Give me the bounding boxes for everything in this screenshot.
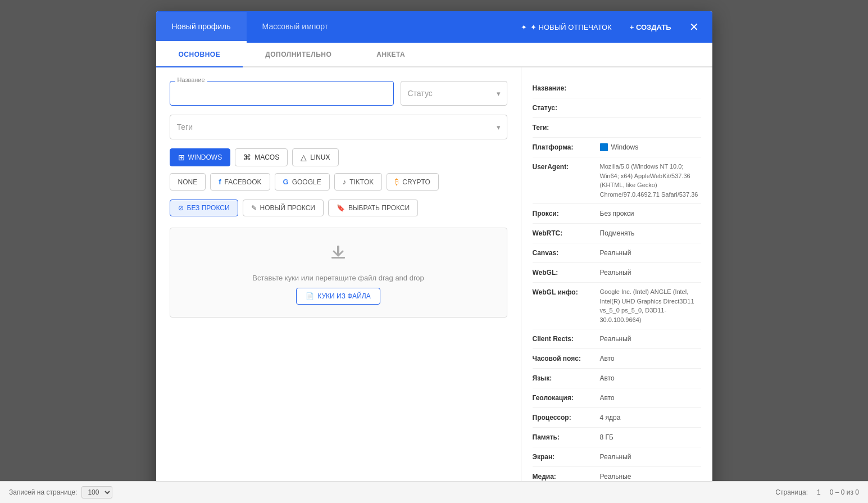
- upload-icon: [327, 241, 349, 268]
- info-label-cpu: Процессор:: [533, 413, 600, 423]
- info-row-tags: Теги:: [533, 118, 701, 138]
- info-row-screen: Экран: Реальный: [533, 447, 701, 467]
- platform-macos[interactable]: ⌘ MACOS: [235, 148, 288, 166]
- info-label-memory: Память:: [533, 432, 600, 442]
- info-label-useragent: UserAgent:: [533, 162, 600, 172]
- category-crypto[interactable]: ₿ CRYPTO: [387, 173, 439, 191]
- create-label: + СОЗДАТЬ: [630, 23, 671, 31]
- category-google[interactable]: G GOOGLE: [275, 173, 330, 191]
- no-proxy-label: БЕЗ ПРОКСИ: [187, 204, 230, 212]
- linux-label: LINUX: [310, 153, 330, 161]
- page-value: 1: [817, 488, 821, 496]
- info-label-platform: Платформа:: [533, 142, 600, 152]
- tags-row: Теги: [170, 115, 507, 139]
- cookie-drop-text: Вставьте куки или перетащите файл drag a…: [252, 274, 424, 282]
- close-button[interactable]: ✕: [683, 17, 706, 37]
- info-label-media: Медиа:: [533, 472, 600, 482]
- proxy-select[interactable]: 🔖 ВЫБРАТЬ ПРОКСИ: [328, 200, 418, 216]
- proxy-no-proxy[interactable]: ⊘ БЕЗ ПРОКСИ: [170, 200, 238, 216]
- info-value-screen: Реальный: [600, 452, 701, 462]
- tiktok-label: TIKTOK: [349, 178, 374, 186]
- linux-icon: △: [301, 153, 307, 162]
- info-row-webgl-info: WebGL инфо: Google Inc. (Intel) ANGLE (I…: [533, 283, 701, 329]
- info-row-name: Название:: [533, 79, 701, 98]
- name-label: Название: [175, 76, 207, 83]
- platform-linux[interactable]: △ LINUX: [292, 148, 338, 166]
- tags-select[interactable]: Теги: [170, 115, 507, 139]
- category-facebook[interactable]: f FACEBOOK: [210, 173, 270, 191]
- info-label-timezone: Часовой пояс:: [533, 354, 600, 364]
- info-row-geolocation: Геолокация: Авто: [533, 388, 701, 408]
- new-proxy-label: НОВЫЙ ПРОКСИ: [260, 204, 315, 212]
- info-value-useragent: Mozilla/5.0 (Windows NT 10.0; Win64; x64…: [600, 162, 701, 199]
- select-proxy-label: ВЫБРАТЬ ПРОКСИ: [348, 204, 410, 212]
- page-footer: Записей на странице: 100 Страница: 1 0 –…: [0, 481, 868, 503]
- create-button[interactable]: + СОЗДАТЬ: [623, 19, 678, 36]
- svg-rect-0: [331, 257, 345, 259]
- status-select[interactable]: Статус: [401, 81, 507, 106]
- info-value-client-rects: Реальный: [600, 334, 701, 344]
- crypto-icon: ₿: [395, 178, 399, 186]
- google-label: GOOGLE: [292, 178, 321, 186]
- windows-icon: ⊞: [178, 153, 185, 162]
- modal-header: Новый профиль Массовый импорт ✦ ✦ НОВЫЙ …: [156, 11, 712, 43]
- info-row-platform: Платформа: Windows: [533, 138, 701, 157]
- proxy-new[interactable]: ✎ НОВЫЙ ПРОКСИ: [243, 200, 324, 216]
- info-value-canvas: Реальный: [600, 248, 701, 258]
- platform-windows[interactable]: ⊞ WINDOWS: [170, 148, 231, 166]
- info-label-tags: Теги:: [533, 123, 600, 133]
- status-field-group: Статус: [401, 81, 507, 106]
- info-row-proxy: Прокси: Без прокси: [533, 204, 701, 224]
- select-proxy-icon: 🔖: [337, 204, 345, 212]
- page-label: Страница:: [775, 488, 808, 496]
- modal-body: Название Статус Теги: [156, 67, 712, 503]
- info-row-lang: Язык: Авто: [533, 369, 701, 388]
- cookie-from-file-button[interactable]: 📄 КУКИ ИЗ ФАЙЛА: [296, 288, 380, 305]
- google-icon: G: [283, 178, 289, 186]
- info-value-lang: Авто: [600, 373, 701, 383]
- records-per-page-select[interactable]: 100: [81, 486, 112, 499]
- info-value-cpu: 4 ядра: [600, 413, 701, 423]
- sub-tab-form[interactable]: АНКЕТА: [354, 43, 428, 67]
- sub-tab-basic[interactable]: ОСНОВНОЕ: [156, 43, 243, 67]
- tab-mass-import[interactable]: Массовый импорт: [247, 12, 344, 43]
- fingerprint-icon: ✦: [521, 23, 527, 31]
- side-panel: Название: Статус: Теги: Платформа: Windo…: [521, 67, 712, 503]
- info-value-webgl: Реальный: [600, 268, 701, 278]
- sub-tab-additional[interactable]: ДОПОЛНИТЕЛЬНО: [243, 43, 354, 67]
- none-label: NONE: [178, 178, 198, 186]
- facebook-label: FACEBOOK: [225, 178, 262, 186]
- info-value-proxy: Без прокси: [600, 209, 701, 219]
- info-label-lang: Язык:: [533, 373, 600, 383]
- info-row-timezone: Часовой пояс: Авто: [533, 349, 701, 369]
- new-proxy-icon: ✎: [251, 204, 257, 212]
- name-input[interactable]: [170, 81, 394, 106]
- info-label-client-rects: Client Rects:: [533, 334, 600, 344]
- info-row-canvas: Canvas: Реальный: [533, 243, 701, 263]
- info-label-canvas: Canvas:: [533, 248, 600, 258]
- tags-select-wrapper: Теги: [170, 115, 507, 139]
- no-proxy-icon: ⊘: [178, 204, 184, 212]
- sub-tabs: ОСНОВНОЕ ДОПОЛНИТЕЛЬНО АНКЕТА: [156, 43, 712, 67]
- info-value-timezone: Авто: [600, 354, 701, 364]
- macos-icon: ⌘: [243, 153, 251, 162]
- new-fingerprint-button[interactable]: ✦ ✦ НОВЫЙ ОТПЕЧАТОК: [514, 19, 619, 36]
- info-row-client-rects: Client Rects: Реальный: [533, 329, 701, 349]
- platform-name: Windows: [611, 142, 639, 152]
- modal-overlay: Новый профиль Массовый импорт ✦ ✦ НОВЫЙ …: [0, 0, 868, 503]
- main-panel: Название Статус Теги: [156, 67, 521, 503]
- info-value-media: Реальные: [600, 472, 701, 482]
- tab-new-profile[interactable]: Новый профиль: [156, 12, 247, 43]
- info-value-memory: 8 ГБ: [600, 432, 701, 442]
- category-none[interactable]: NONE: [170, 173, 206, 191]
- info-label-proxy: Прокси:: [533, 209, 600, 219]
- svg-rect-1: [337, 246, 339, 255]
- info-row-cpu: Процессор: 4 ядра: [533, 408, 701, 428]
- info-label-status: Статус:: [533, 103, 600, 113]
- footer-left: Записей на странице: 100: [9, 486, 112, 499]
- category-row: NONE f FACEBOOK G GOOGLE ♪ TIKTOK: [170, 173, 507, 191]
- records-label: Записей на странице:: [9, 488, 77, 496]
- info-label-screen: Экран:: [533, 452, 600, 462]
- cookie-drop-zone[interactable]: Вставьте куки или перетащите файл drag a…: [170, 228, 507, 318]
- category-tiktok[interactable]: ♪ TIKTOK: [334, 173, 383, 191]
